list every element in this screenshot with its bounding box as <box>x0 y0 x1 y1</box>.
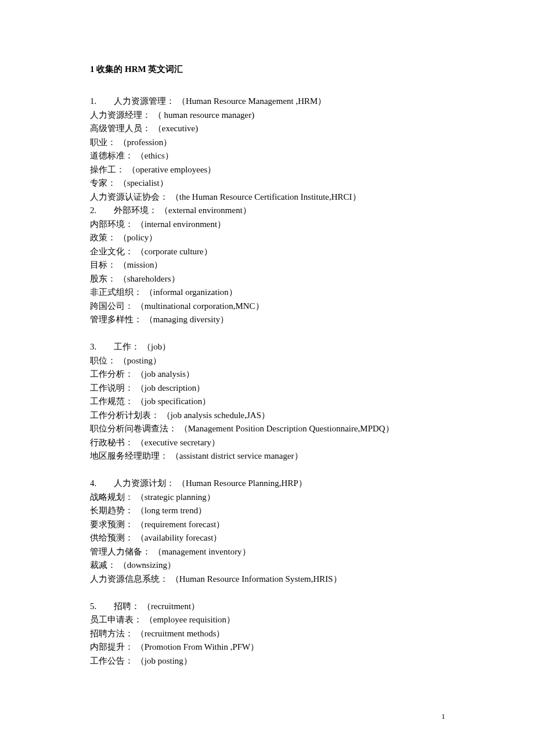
text-line: 1. 人力资源管理： （Human Resource Management ,H… <box>90 95 453 109</box>
text-line: 3. 工作： （job） <box>90 340 453 354</box>
text-line: 地区服务经理助理： （assistant district service ma… <box>90 449 453 463</box>
text-line: 2. 外部环境： （external environment） <box>90 204 453 218</box>
text-line: 人力资源认证协会： （the Human Resource Certificat… <box>90 190 453 204</box>
text-line: 政策： （policy） <box>90 231 453 245</box>
document-page: 1 收集的 HRM 英文词汇 1. 人力资源管理： （Human Resourc… <box>0 0 534 756</box>
blank-line <box>90 463 453 477</box>
text-line: 战略规划： （strategic planning） <box>90 491 453 505</box>
text-line: 目标： （mission） <box>90 258 453 272</box>
text-line: 4. 人力资源计划： （Human Resource Planning,HRP） <box>90 477 453 491</box>
text-line: 人力资源信息系统： （Human Resource Information Sy… <box>90 573 453 586</box>
blank-line <box>90 327 453 341</box>
text-line: 股东： （shareholders） <box>90 272 453 286</box>
text-line: 工作规范： （job specification） <box>90 395 453 409</box>
blank-line <box>90 586 453 600</box>
text-line: 操作工： （operative employees） <box>90 163 453 177</box>
text-line: 非正式组织： （informal organization） <box>90 286 453 300</box>
text-line: 要求预测： （requirement forecast） <box>90 518 453 532</box>
page-number: 1 <box>442 712 446 721</box>
text-line: 长期趋势： （long term trend） <box>90 504 453 518</box>
text-line: 企业文化： （corporate culture） <box>90 245 453 259</box>
text-line: 5. 招聘： （recruitment） <box>90 600 453 614</box>
text-line: 工作分析计划表： （job analysis schedule,JAS） <box>90 409 453 423</box>
text-line: 管理人力储备： （management inventory） <box>90 545 453 559</box>
text-line: 工作分析： （job analysis） <box>90 368 453 381</box>
text-line: 招聘方法： （recruitment methods） <box>90 627 453 641</box>
text-line: 职位分析问卷调查法： （Management Position Descript… <box>90 422 453 436</box>
text-line: 行政秘书： （executive secretary） <box>90 436 453 450</box>
text-line: 职业： （profession） <box>90 136 453 150</box>
text-line: 供给预测： （availability forecast） <box>90 531 453 545</box>
text-line: 内部提升： （Promotion From Within ,PFW） <box>90 640 453 654</box>
text-line: 高级管理人员： （executive) <box>90 122 453 136</box>
text-line: 职位： （posting） <box>90 354 453 368</box>
text-line: 专家： （specialist） <box>90 177 453 190</box>
text-line: 内部环境： （internal environment） <box>90 218 453 232</box>
text-line: 管理多样性： （managing diversity） <box>90 313 453 327</box>
text-line: 裁减： （downsizing） <box>90 559 453 573</box>
text-line: 工作说明： （job description） <box>90 381 453 395</box>
text-line: 道德标准： （ethics） <box>90 149 453 163</box>
document-title: 1 收集的 HRM 英文词汇 <box>90 64 453 75</box>
text-line: 跨国公司： （multinational corporation,MNC） <box>90 300 453 314</box>
document-body: 1. 人力资源管理： （Human Resource Management ,H… <box>90 95 453 668</box>
text-line: 工作公告： （job posting） <box>90 654 453 668</box>
text-line: 人力资源经理： （ human resource manager) <box>90 109 453 123</box>
text-line: 员工申请表： （employee requisition） <box>90 613 453 627</box>
